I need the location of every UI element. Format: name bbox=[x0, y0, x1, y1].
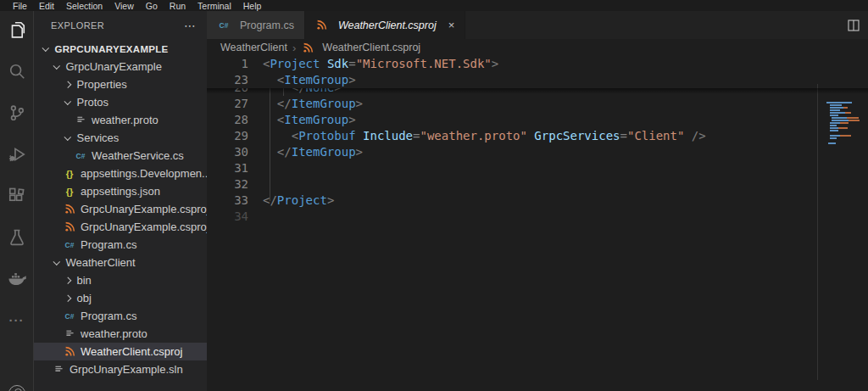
close-tab-icon[interactable]: × bbox=[448, 19, 455, 31]
proto-file-icon bbox=[74, 115, 87, 126]
explorer-icon[interactable] bbox=[7, 20, 27, 40]
indent-guide bbox=[270, 88, 270, 201]
tree-item-label: GrpcUnaryExample.csproj bbox=[81, 203, 207, 215]
tree-item-weatherservice-cs[interactable]: C#WeatherService.cs bbox=[34, 147, 207, 165]
tree-item-label: appsettings.json bbox=[81, 185, 160, 198]
csproj-file-icon bbox=[63, 204, 76, 215]
tree-item-label: Protos bbox=[77, 96, 109, 109]
code-line-32: 32 bbox=[207, 176, 868, 193]
breadcrumb-item-weatherclient-csproj[interactable]: WeatherClient.csproj bbox=[301, 42, 420, 53]
tree-folder-weatherclient[interactable]: WeatherClient bbox=[34, 254, 207, 271]
tree-item-grpcunaryexample-sln[interactable]: GrpcUnaryExample.sln bbox=[34, 360, 207, 378]
code-line-29: 29 <Protobuf Include="weather.proto" Grp… bbox=[207, 128, 868, 144]
menu-item-terminal[interactable]: Terminal bbox=[192, 1, 237, 11]
menu-item-view[interactable]: View bbox=[108, 1, 140, 11]
code-line-34: 34 bbox=[207, 209, 868, 225]
csharp-file-icon: C# bbox=[74, 152, 87, 160]
csharp-file-icon: C# bbox=[63, 241, 76, 249]
extensions-icon[interactable] bbox=[7, 186, 27, 206]
sticky-scroll: 1<Project Sdk="Microsoft.NET.Sdk">23 <It… bbox=[207, 56, 868, 88]
docker-icon[interactable] bbox=[7, 269, 27, 289]
source-control-icon[interactable] bbox=[7, 103, 27, 123]
code-line-1: 1<Project Sdk="Microsoft.NET.Sdk"> bbox=[207, 56, 868, 72]
tree-item-label: weather.proto bbox=[81, 327, 147, 340]
menu-item-help[interactable]: Help bbox=[237, 1, 268, 11]
json-file-icon: {} bbox=[63, 169, 76, 179]
tree-item-label: Program.cs bbox=[81, 238, 136, 251]
tab-bar: C#Program.csWeatherClient.csproj× bbox=[207, 11, 868, 39]
code-line-28: 28 <ItemGroup> bbox=[207, 112, 868, 128]
tree-item-label: Services bbox=[77, 131, 120, 144]
menu-item-selection[interactable]: Selection bbox=[60, 1, 108, 11]
sidebar-title: EXPLORER bbox=[51, 20, 184, 31]
tree-item-weather-proto[interactable]: weather.proto bbox=[34, 325, 207, 343]
test-icon[interactable] bbox=[7, 227, 27, 248]
code-line-26: 26 </None> bbox=[207, 88, 868, 96]
tree-folder-grpcunaryexample[interactable]: GRPCUNARYEXAMPLE bbox=[34, 40, 207, 58]
code-line-31: 31 bbox=[207, 160, 868, 176]
tree-folder-obj[interactable]: obj bbox=[34, 289, 207, 307]
tree-item-label: Properties bbox=[77, 78, 127, 91]
more-icon[interactable]: ··· bbox=[7, 310, 27, 331]
menu-item-file[interactable]: File bbox=[7, 1, 33, 11]
code-lines: 26 </None>27 </ItemGroup>28 <ItemGroup>2… bbox=[207, 88, 868, 225]
tree-folder-grpcunaryexample[interactable]: GrpcUnaryExample bbox=[34, 58, 207, 75]
menu-bar: FileEditSelectionViewGoRunTerminalHelp bbox=[0, 0, 868, 11]
sidebar-header: EXPLORER ⋯ bbox=[34, 11, 207, 40]
account-icon[interactable] bbox=[8, 385, 25, 391]
tree-item-label: WeatherService.cs bbox=[92, 149, 184, 162]
tree-item-program-cs[interactable]: C#Program.cs bbox=[34, 307, 207, 325]
menu-item-run[interactable]: Run bbox=[164, 1, 192, 11]
tab-label: Program.cs bbox=[240, 20, 294, 31]
tree-folder-services[interactable]: Services bbox=[34, 129, 207, 147]
menu-item-edit[interactable]: Edit bbox=[33, 1, 60, 11]
tree-item-label: obj bbox=[77, 292, 92, 304]
search-icon[interactable] bbox=[7, 61, 27, 81]
breadcrumb: WeatherClient›WeatherClient.csproj bbox=[207, 39, 868, 56]
menu-item-go[interactable]: Go bbox=[140, 1, 164, 11]
code-line-27: 27 </ItemGroup> bbox=[207, 96, 868, 112]
tree-item-weatherclient-csproj[interactable]: WeatherClient.csproj bbox=[34, 343, 207, 360]
tree-item-label: GrpcUnaryExample.csproj... bbox=[81, 221, 207, 233]
breadcrumb-item-weatherclient[interactable]: WeatherClient bbox=[220, 42, 287, 53]
proto-file-icon bbox=[63, 328, 76, 339]
partially-scrolled-line: 26 </None> bbox=[207, 88, 868, 96]
tree-item-appsettings-developmen-[interactable]: {}appsettings.Developmen... bbox=[34, 165, 207, 182]
sln-file-icon bbox=[52, 364, 65, 375]
chevron-down-icon bbox=[42, 44, 49, 51]
split-editor-icon[interactable] bbox=[848, 11, 868, 39]
code-line-30: 30 </ItemGroup> bbox=[207, 144, 868, 160]
editor-group: C#Program.csWeatherClient.csproj× Weathe… bbox=[207, 11, 868, 391]
chevron-down-icon bbox=[53, 62, 60, 69]
tree-item-appsettings-json[interactable]: {}appsettings.json bbox=[34, 182, 207, 200]
tree-item-program-cs[interactable]: C#Program.cs bbox=[34, 236, 207, 254]
tab-program-cs[interactable]: C#Program.cs bbox=[207, 11, 305, 39]
csharp-file-icon: C# bbox=[63, 312, 76, 321]
tree-folder-protos[interactable]: Protos bbox=[34, 93, 207, 111]
tree-item-label: GrpcUnaryExample.sln bbox=[70, 363, 183, 376]
tree-item-label: WeatherClient bbox=[66, 256, 136, 269]
explorer-sidebar: EXPLORER ⋯ GRPCUNARYEXAMPLEGrpcUnaryExam… bbox=[34, 11, 207, 391]
code-editor[interactable]: 1<Project Sdk="Microsoft.NET.Sdk">23 <It… bbox=[207, 56, 868, 391]
more-actions-icon[interactable]: ⋯ bbox=[184, 19, 197, 32]
tree-folder-properties[interactable]: Properties bbox=[34, 75, 207, 93]
tree-item-label: WeatherClient.csproj bbox=[81, 345, 182, 358]
chevron-down-icon bbox=[53, 258, 60, 265]
run-debug-icon[interactable] bbox=[7, 144, 27, 165]
chevron-right-icon bbox=[64, 277, 71, 284]
tree-item-label: GRPCUNARYEXAMPLE bbox=[55, 44, 169, 54]
tree-item-label: bin bbox=[77, 274, 92, 287]
tree-item-grpcunaryexample-csproj-[interactable]: GrpcUnaryExample.csproj... bbox=[34, 218, 207, 236]
code-line-33: 33</Project> bbox=[207, 193, 868, 209]
csproj-file-icon bbox=[63, 346, 76, 357]
tree-item-weather-proto[interactable]: weather.proto bbox=[34, 111, 207, 129]
minimap[interactable] bbox=[826, 102, 865, 145]
chevron-right-icon bbox=[64, 81, 71, 88]
indent-guide bbox=[283, 88, 284, 96]
tree-item-label: GrpcUnaryExample bbox=[66, 60, 162, 73]
tab-label: WeatherClient.csproj bbox=[338, 20, 437, 31]
tree-item-grpcunaryexample-csproj[interactable]: GrpcUnaryExample.csproj bbox=[34, 200, 207, 218]
activity-bar: ··· bbox=[0, 11, 34, 391]
tree-folder-bin[interactable]: bin bbox=[34, 271, 207, 289]
tab-weatherclient-csproj[interactable]: WeatherClient.csproj× bbox=[305, 11, 465, 39]
